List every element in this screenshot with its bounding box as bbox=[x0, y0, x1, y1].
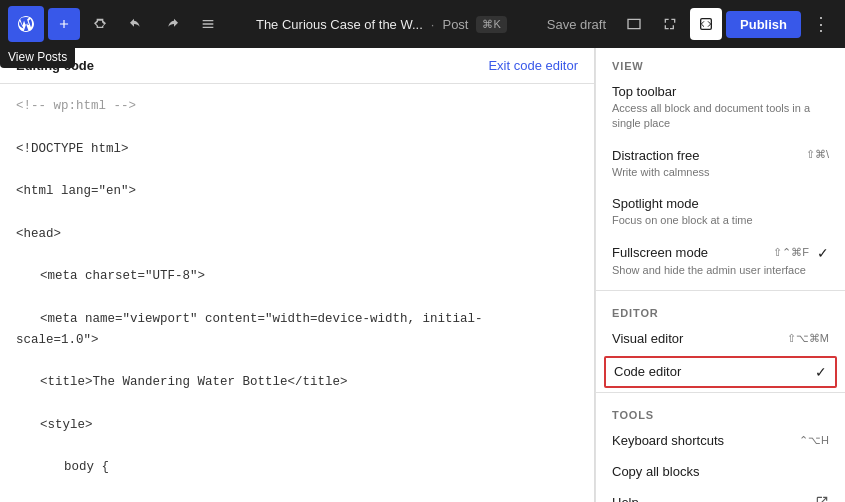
top-toolbar-desc: Access all block and document tools in a… bbox=[612, 101, 829, 132]
code-line: <head> bbox=[16, 224, 578, 245]
svg-rect-0 bbox=[701, 19, 712, 30]
code-line: <style> bbox=[16, 415, 578, 436]
code-editor-title: Code editor bbox=[614, 364, 681, 379]
save-draft-button[interactable]: Save draft bbox=[539, 13, 614, 36]
code-line bbox=[16, 479, 578, 500]
visual-editor-shortcut: ⇧⌥⌘M bbox=[787, 332, 829, 345]
keyboard-shortcuts-shortcut: ⌃⌥H bbox=[799, 434, 829, 447]
more-options-button[interactable]: ⋮ bbox=[805, 8, 837, 40]
section-divider bbox=[596, 290, 845, 291]
code-line bbox=[16, 287, 578, 308]
menu-item-top-toolbar[interactable]: Top toolbar Access all block and documen… bbox=[596, 76, 845, 140]
code-line: <meta name="viewport" content="width=dev… bbox=[16, 309, 578, 330]
editor-mode-button[interactable] bbox=[690, 8, 722, 40]
redo-button[interactable] bbox=[156, 8, 188, 40]
fullscreen-title: Fullscreen mode bbox=[612, 245, 708, 260]
distraction-free-desc: Write with calmness bbox=[612, 165, 829, 180]
exit-code-editor-button[interactable]: Exit code editor bbox=[488, 58, 578, 73]
fullscreen-check: ✓ bbox=[817, 245, 829, 261]
code-line: scale=1.0"> bbox=[16, 330, 578, 351]
view-posts-tooltip: View Posts bbox=[0, 46, 75, 68]
tools-button[interactable] bbox=[84, 8, 116, 40]
code-editor-check: ✓ bbox=[815, 364, 827, 380]
section-divider-tools bbox=[596, 392, 845, 393]
external-link-icon bbox=[815, 495, 829, 502]
code-line bbox=[16, 351, 578, 372]
code-editor-panel: Editing code Exit code editor <!-- wp:ht… bbox=[0, 48, 595, 502]
add-block-button[interactable] bbox=[48, 8, 80, 40]
code-line: body { bbox=[16, 457, 578, 478]
menu-item-spotlight[interactable]: Spotlight mode Focus on one block at a t… bbox=[596, 188, 845, 236]
menu-item-copy-all-blocks[interactable]: Copy all blocks bbox=[596, 456, 845, 487]
spotlight-desc: Focus on one block at a time bbox=[612, 213, 829, 228]
toolbar: The Curious Case of the W... · Post ⌘K S… bbox=[0, 0, 845, 48]
view-post-button[interactable] bbox=[618, 8, 650, 40]
title-separator: · bbox=[431, 17, 435, 32]
code-line bbox=[16, 160, 578, 181]
code-line: <!DOCTYPE html> bbox=[16, 139, 578, 160]
right-panel: VIEW Top toolbar Access all block and do… bbox=[595, 48, 845, 502]
keyboard-shortcuts-title: Keyboard shortcuts bbox=[612, 433, 724, 448]
menu-item-keyboard-shortcuts[interactable]: Keyboard shortcuts ⌃⌥H bbox=[596, 425, 845, 456]
cmd-badge: ⌘K bbox=[476, 16, 506, 33]
document-overview-button[interactable] bbox=[192, 8, 224, 40]
code-line bbox=[16, 245, 578, 266]
code-line bbox=[16, 202, 578, 223]
undo-button[interactable] bbox=[120, 8, 152, 40]
code-panel-header: Editing code Exit code editor bbox=[0, 48, 594, 84]
top-toolbar-title: Top toolbar bbox=[612, 84, 676, 99]
spotlight-title: Spotlight mode bbox=[612, 196, 699, 211]
menu-item-help[interactable]: Help bbox=[596, 487, 845, 502]
code-line bbox=[16, 436, 578, 457]
code-content[interactable]: <!-- wp:html --> <!DOCTYPE html> <html l… bbox=[0, 84, 594, 502]
menu-item-visual-editor[interactable]: Visual editor ⇧⌥⌘M bbox=[596, 323, 845, 354]
main-content: Editing code Exit code editor <!-- wp:ht… bbox=[0, 48, 845, 502]
wp-logo[interactable] bbox=[8, 6, 44, 42]
distraction-free-shortcut: ⇧⌘\ bbox=[806, 148, 829, 161]
code-line: <title>The Wandering Water Bottle</title… bbox=[16, 372, 578, 393]
visual-editor-title: Visual editor bbox=[612, 331, 683, 346]
view-section-header: VIEW bbox=[596, 48, 845, 76]
publish-button[interactable]: Publish bbox=[726, 11, 801, 38]
code-line bbox=[16, 117, 578, 138]
tools-section-header: TOOLS bbox=[596, 397, 845, 425]
code-line: <html lang="en"> bbox=[16, 181, 578, 202]
code-line: <meta charset="UTF-8"> bbox=[16, 266, 578, 287]
help-title: Help bbox=[612, 495, 639, 502]
post-type-label: Post bbox=[442, 17, 468, 32]
code-line: <!-- wp:html --> bbox=[16, 96, 578, 117]
distraction-free-title: Distraction free bbox=[612, 148, 699, 163]
code-line bbox=[16, 394, 578, 415]
post-title-area: The Curious Case of the W... · Post ⌘K bbox=[228, 16, 535, 33]
post-title[interactable]: The Curious Case of the W... bbox=[256, 17, 423, 32]
menu-item-distraction-free[interactable]: Distraction free ⇧⌘\ Write with calmness bbox=[596, 140, 845, 188]
copy-all-blocks-title: Copy all blocks bbox=[612, 464, 699, 479]
menu-item-code-editor[interactable]: Code editor ✓ bbox=[604, 356, 837, 388]
fullscreen-desc: Show and hide the admin user interface bbox=[612, 263, 829, 278]
view-preview-button[interactable] bbox=[654, 8, 686, 40]
menu-item-fullscreen[interactable]: Fullscreen mode ⇧⌃⌘F ✓ Show and hide the… bbox=[596, 237, 845, 286]
editor-section-header: EDITOR bbox=[596, 295, 845, 323]
fullscreen-shortcut: ⇧⌃⌘F bbox=[773, 246, 809, 259]
